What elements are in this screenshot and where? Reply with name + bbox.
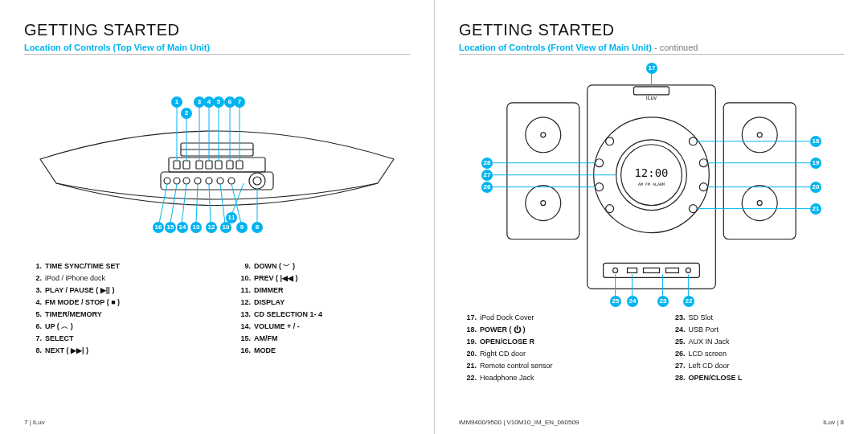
svg-rect-63 xyxy=(644,268,660,272)
lcd-time: 12:00 xyxy=(634,166,668,179)
callout-26: 26 xyxy=(481,182,493,193)
control-item: 13.CD SELECTION 1- 4 xyxy=(233,309,410,321)
control-item: 20.Right CD door xyxy=(459,348,636,360)
callout-16: 16 xyxy=(153,222,164,233)
callout-9: 9 xyxy=(236,222,248,233)
control-number: 12. xyxy=(233,297,254,309)
control-label: CD SELECTION 1- 4 xyxy=(254,309,322,321)
svg-point-37 xyxy=(526,117,561,153)
svg-point-43 xyxy=(757,133,762,137)
control-label: MODE xyxy=(254,345,276,357)
manual-page-left: GETTING STARTED Location of Controls (To… xyxy=(0,0,434,434)
callout-28: 28 xyxy=(481,158,493,169)
callout-21: 21 xyxy=(810,203,821,215)
control-label: POWER ( ⏻ ) xyxy=(480,324,526,336)
control-label: AUX IN Jack xyxy=(689,336,730,348)
control-label: PREV ( |◀◀ ) xyxy=(254,272,298,285)
control-number: 14. xyxy=(233,321,254,333)
control-item: 27.Left CD door xyxy=(668,360,845,372)
control-item: 18.POWER ( ⏻ ) xyxy=(459,324,636,336)
callout-17: 17 xyxy=(646,63,657,74)
control-item: 15.AM/FM xyxy=(233,333,410,345)
control-item: 14.VOLUME + / - xyxy=(233,321,410,333)
control-item: 5.TIMER/MEMORY xyxy=(24,309,201,321)
control-number: 2. xyxy=(24,272,45,285)
svg-point-57 xyxy=(596,159,604,167)
svg-point-16 xyxy=(217,178,223,184)
controls-legend-left: 1.TIME SYNC/TIME SET2.iPod / iPhone dock… xyxy=(24,260,410,357)
svg-point-52 xyxy=(689,137,697,145)
brand-label: iLuv xyxy=(646,95,657,100)
control-number: 10. xyxy=(233,272,254,285)
page-footer: iMM9400/9500 | V10M10_IM_EN_060509 iLuv … xyxy=(459,419,844,426)
control-item: 10.PREV ( |◀◀ ) xyxy=(233,272,410,285)
control-item: 8.NEXT ( ▶▶| ) xyxy=(24,345,201,357)
svg-point-18 xyxy=(249,173,265,189)
control-number: 13. xyxy=(233,309,254,321)
svg-rect-7 xyxy=(206,161,212,169)
svg-point-56 xyxy=(606,137,614,145)
control-label: iPod / iPhone dock xyxy=(45,272,105,285)
callout-18: 18 xyxy=(810,136,821,147)
callout-19: 19 xyxy=(810,158,821,169)
callout-10: 10 xyxy=(220,222,231,233)
svg-rect-8 xyxy=(215,161,222,169)
callout-14: 14 xyxy=(177,222,188,233)
subsection-heading: Location of Controls (Top View of Main U… xyxy=(24,43,410,52)
control-label: iPod Dock Cover xyxy=(480,312,534,324)
svg-rect-10 xyxy=(236,161,243,169)
callout-25: 25 xyxy=(610,296,621,307)
callout-1: 1 xyxy=(171,96,182,108)
callout-27: 27 xyxy=(481,170,493,181)
control-item: 16.MODE xyxy=(233,345,410,357)
svg-rect-36 xyxy=(507,103,579,240)
control-number: 22. xyxy=(459,372,480,384)
page-footer: 7 | iLuv xyxy=(24,419,410,426)
control-label: SELECT xyxy=(45,333,74,345)
control-item: 24.USB Port xyxy=(668,324,845,336)
callout-20: 20 xyxy=(810,182,821,193)
control-number: 17. xyxy=(459,312,480,324)
callout-2: 2 xyxy=(181,108,192,119)
control-item: 6.UP ( ︿ ) xyxy=(24,321,201,333)
callout-22: 22 xyxy=(683,296,694,307)
control-label: FM MODE / STOP ( ■ ) xyxy=(45,297,120,309)
control-label: USB Port xyxy=(689,324,719,336)
svg-point-59 xyxy=(606,205,614,213)
callout-24: 24 xyxy=(627,296,638,307)
svg-point-42 xyxy=(742,117,777,153)
control-item: 7.SELECT xyxy=(24,333,201,345)
svg-point-44 xyxy=(742,186,777,221)
svg-rect-46 xyxy=(588,85,716,289)
control-item: 9. DOWN ( ﹀ ) xyxy=(233,260,410,272)
control-number: 23. xyxy=(668,312,689,324)
control-number: 20. xyxy=(459,348,480,360)
control-item: 28.OPEN/CLOSE L xyxy=(668,372,845,384)
control-item: 22.Headphone Jack xyxy=(459,372,636,384)
callout-8: 8 xyxy=(252,222,263,233)
control-label: Remote control sensor xyxy=(480,360,553,372)
svg-rect-4 xyxy=(174,161,180,169)
control-number: 6. xyxy=(24,321,45,333)
svg-point-19 xyxy=(253,177,261,185)
control-label: Right CD door xyxy=(480,348,526,360)
control-number: 16. xyxy=(233,345,254,357)
svg-point-12 xyxy=(174,178,180,184)
control-label: DOWN ( ﹀ ) xyxy=(254,260,295,272)
control-number: 8. xyxy=(24,345,45,357)
control-label: DISPLAY xyxy=(254,297,285,309)
control-label: AM/FM xyxy=(254,333,278,345)
control-label: Headphone Jack xyxy=(480,372,534,384)
front-view-diagram: 12:00 AM FM ALARM xyxy=(459,55,844,312)
control-number: 5. xyxy=(24,309,45,321)
control-item: 4.FM MODE / STOP ( ■ ) xyxy=(24,297,201,309)
control-number: 24. xyxy=(668,324,689,336)
svg-rect-5 xyxy=(183,161,190,169)
manual-page-right: GETTING STARTED Location of Controls (Fr… xyxy=(434,0,868,434)
page-number-right: iLuv | 8 xyxy=(823,419,844,426)
control-item: 26.LCD screen xyxy=(668,348,845,360)
control-number: 1. xyxy=(24,260,45,272)
control-label: TIME SYNC/TIME SET xyxy=(45,260,120,272)
callout-7: 7 xyxy=(234,96,245,108)
callout-12: 12 xyxy=(206,222,217,233)
